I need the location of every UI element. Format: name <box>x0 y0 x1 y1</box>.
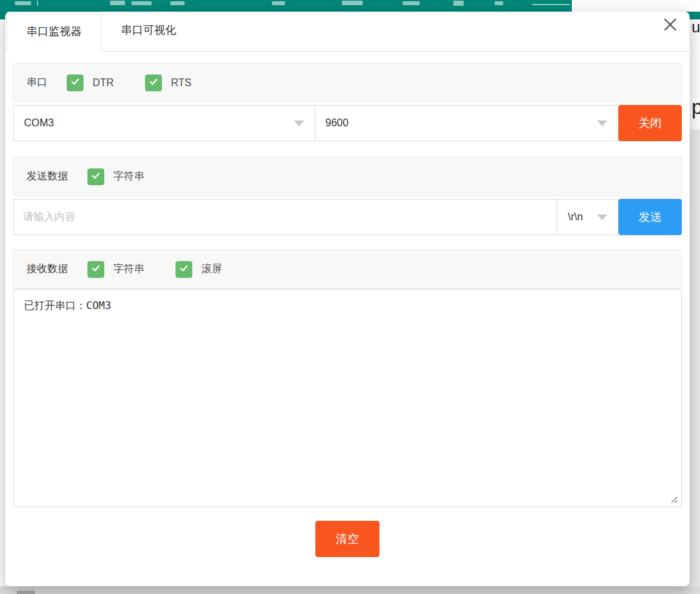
port-select[interactable]: COM3 <box>13 105 315 141</box>
toolbar-fragment <box>131 1 152 5</box>
close-icon <box>662 17 678 35</box>
receive-string-checkbox-label: 字符串 <box>113 262 144 276</box>
dtr-checkbox[interactable] <box>67 74 84 91</box>
toolbar-fragment <box>110 1 125 5</box>
send-string-checkbox[interactable] <box>87 168 104 185</box>
check-icon <box>90 170 102 184</box>
background-partial-text: u <box>692 18 700 36</box>
rts-checkbox[interactable] <box>145 74 162 91</box>
toolbar-fragment <box>170 1 185 5</box>
check-icon <box>178 262 190 277</box>
rts-checkbox-label: RTS <box>171 77 192 89</box>
line-ending-select[interactable]: \r\n <box>557 199 618 235</box>
line-ending-value: \r\n <box>568 211 583 223</box>
toolbar-fragment <box>453 1 464 6</box>
receive-string-checkbox[interactable] <box>87 261 104 278</box>
output-port-name: COM3 <box>86 299 111 312</box>
dtr-checkbox-label: DTR <box>93 77 114 89</box>
port-select-value: COM3 <box>24 117 54 129</box>
check-icon <box>69 76 81 90</box>
send-button[interactable]: 发送 <box>618 199 682 235</box>
send-label: 发送数据 <box>27 170 68 183</box>
tab-serial-monitor[interactable]: 串口监视器 <box>6 12 102 52</box>
tab-serial-visualization[interactable]: 串口可视化 <box>102 11 196 51</box>
background-fragment <box>17 591 35 594</box>
autoscroll-checkbox-label: 滚屏 <box>201 262 222 276</box>
close-port-button[interactable]: 关闭 <box>618 105 682 141</box>
serial-monitor-dialog: 串口监视器 串口可视化 串口 DTR <box>5 12 690 586</box>
send-string-checkbox-label: 字符串 <box>113 170 144 183</box>
baud-select[interactable]: 9600 <box>315 105 619 141</box>
background-panel <box>572 0 700 12</box>
dialog-tabbar: 串口监视器 串口可视化 <box>5 12 690 52</box>
autoscroll-checkbox[interactable] <box>175 261 192 278</box>
output-text: 已打开串口： <box>24 300 86 311</box>
receive-section-header: 接收数据 字符串 滚屏 <box>13 249 682 289</box>
serial-port-label: 串口 <box>27 76 47 89</box>
clear-button[interactable]: 清空 <box>315 521 379 557</box>
send-input[interactable] <box>13 199 557 235</box>
toolbar-fragment <box>272 1 285 5</box>
chevron-down-icon <box>597 120 607 126</box>
toolbar-fragment <box>495 1 503 5</box>
baud-select-value: 9600 <box>326 117 349 129</box>
close-button[interactable] <box>662 17 679 34</box>
chevron-down-icon <box>294 120 304 126</box>
send-section-header: 发送数据 字符串 <box>13 157 682 196</box>
toolbar-fragment <box>15 1 31 5</box>
chevron-down-icon <box>597 214 607 220</box>
resize-handle-icon[interactable] <box>668 494 678 503</box>
receive-output[interactable]: 已打开串口：COM3 <box>13 289 682 507</box>
check-icon <box>148 76 159 90</box>
toolbar-fragment <box>37 1 38 6</box>
check-icon <box>90 262 102 277</box>
toolbar-fragment <box>532 4 570 5</box>
backdrop <box>0 586 700 594</box>
toolbar-fragment <box>403 1 420 5</box>
toolbar-fragment <box>342 1 363 5</box>
receive-label: 接收数据 <box>27 262 68 276</box>
serial-port-section-header: 串口 DTR RTS <box>13 63 682 102</box>
background-partial-text: p <box>692 96 700 119</box>
